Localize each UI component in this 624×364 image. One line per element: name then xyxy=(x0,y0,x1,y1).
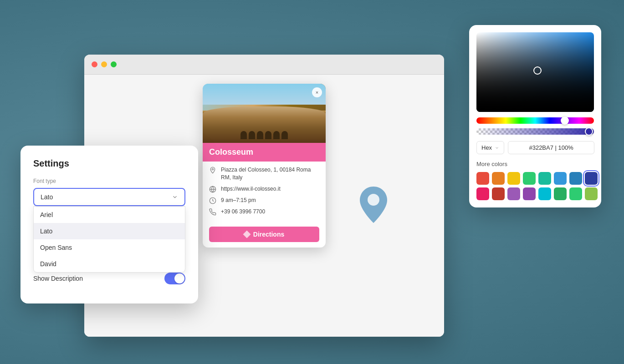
hue-slider[interactable] xyxy=(476,117,594,124)
format-label: Hex xyxy=(481,144,492,151)
swatch-orange[interactable] xyxy=(492,172,505,185)
swatch-dark-purple[interactable] xyxy=(523,187,536,200)
font-type-label: Font type xyxy=(33,178,185,184)
font-option-david[interactable]: David xyxy=(34,256,185,272)
font-option-opensans[interactable]: Open Sans xyxy=(34,239,185,256)
website-row: https://www.il-colosseo.it xyxy=(209,185,319,193)
settings-title: Settings xyxy=(33,158,185,169)
location-icon xyxy=(209,167,216,174)
font-option-ariel[interactable]: Ariel xyxy=(34,207,185,223)
alpha-slider[interactable] xyxy=(476,128,594,135)
swatch-dark-green[interactable] xyxy=(554,187,567,200)
card-close-button[interactable]: × xyxy=(312,87,322,97)
swatch-dark-red[interactable] xyxy=(492,187,505,200)
swatch-dark-blue[interactable] xyxy=(569,172,582,185)
format-select[interactable]: Hex xyxy=(476,141,504,154)
card-title: Colosseum xyxy=(209,147,319,157)
card-body: Piazza del Colosseo, 1, 00184 Roma RM, I… xyxy=(203,162,326,224)
address-text: Piazza del Colosseo, 1, 00184 Roma RM, I… xyxy=(221,166,319,182)
gradient-cursor[interactable] xyxy=(533,66,542,75)
font-option-lato[interactable]: Lato xyxy=(34,223,185,239)
swatch-navy[interactable] xyxy=(585,172,598,185)
color-format-row: Hex xyxy=(476,141,594,154)
phone-icon xyxy=(209,208,216,216)
info-card: × Colosseum Piazza del Colosseo, 1, 0018… xyxy=(203,84,326,248)
show-description-label: Show Description xyxy=(33,275,83,282)
swatch-blue[interactable] xyxy=(554,172,567,185)
website-text: https://www.il-colosseo.it xyxy=(221,185,281,193)
hours-row: 9 am–7:15 pm xyxy=(209,197,319,204)
minimize-traffic-btn[interactable] xyxy=(101,61,107,67)
close-traffic-btn[interactable] xyxy=(92,61,97,67)
font-select-wrapper: Lato Ariel Lato Open Sans David xyxy=(33,188,185,206)
swatch-teal[interactable] xyxy=(538,172,551,185)
swatch-purple[interactable] xyxy=(507,187,520,200)
hex-value-input[interactable] xyxy=(508,141,594,154)
swatch-cyan[interactable] xyxy=(538,187,551,200)
color-gradient-canvas[interactable] xyxy=(476,32,594,112)
swatch-red[interactable] xyxy=(476,172,489,185)
browser-titlebar xyxy=(84,55,444,75)
phone-text: +39 06 3996 7700 xyxy=(221,208,265,216)
font-select-display[interactable]: Lato xyxy=(33,188,185,206)
more-colors-label: More colors xyxy=(476,161,594,167)
maximize-traffic-btn[interactable] xyxy=(111,61,117,67)
close-icon: × xyxy=(316,90,318,95)
address-row: Piazza del Colosseo, 1, 00184 Roma RM, I… xyxy=(209,166,319,182)
swatch-light-green[interactable] xyxy=(569,187,582,200)
globe-icon xyxy=(209,186,216,193)
chevron-down-icon xyxy=(172,194,178,200)
selected-font-label: Lato xyxy=(41,193,53,201)
color-swatches xyxy=(476,172,594,200)
card-title-bar: Colosseum xyxy=(203,143,326,162)
alpha-thumb[interactable] xyxy=(585,127,593,136)
swatch-lime[interactable] xyxy=(585,187,598,200)
colosseum-photo xyxy=(203,84,326,143)
font-dropdown: Ariel Lato Open Sans David xyxy=(33,206,185,273)
hours-text: 9 am–7:15 pm xyxy=(221,197,256,204)
map-pin-icon xyxy=(358,184,389,225)
svg-point-0 xyxy=(212,168,213,170)
color-picker-panel: Hex More colors xyxy=(469,25,601,207)
svg-point-3 xyxy=(368,194,379,206)
colosseum-image: × xyxy=(203,84,326,143)
phone-row: +39 06 3996 7700 xyxy=(209,208,319,216)
hue-thumb[interactable] xyxy=(561,116,569,125)
map-pin-container xyxy=(358,184,389,227)
format-chevron-icon xyxy=(495,146,499,150)
show-description-toggle[interactable] xyxy=(164,273,185,284)
clock-icon xyxy=(209,197,216,204)
swatch-yellow[interactable] xyxy=(507,172,520,185)
directions-diamond-icon xyxy=(243,230,251,238)
swatch-green[interactable] xyxy=(523,172,536,185)
directions-button[interactable]: Directions xyxy=(209,227,319,242)
settings-panel: Settings Font type Lato Ariel Lato Open … xyxy=(20,146,198,303)
colosseum-arches xyxy=(240,131,288,139)
directions-label: Directions xyxy=(253,231,284,238)
swatch-pink[interactable] xyxy=(476,187,489,200)
